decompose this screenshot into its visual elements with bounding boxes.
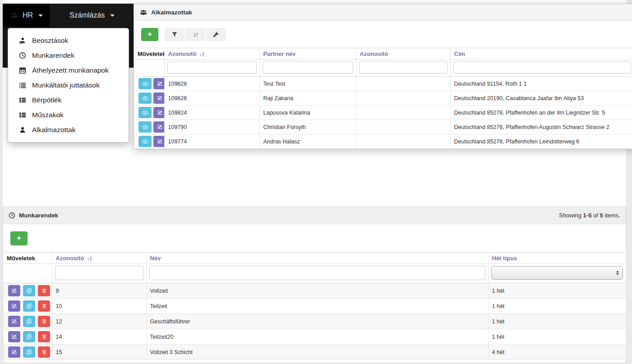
copy-button[interactable] bbox=[23, 285, 35, 296]
table-row: 109826 Raji Zakaria Deutschland 20190, C… bbox=[134, 91, 632, 106]
nev-filter-input[interactable] bbox=[149, 266, 485, 280]
column-header-azonosito-2[interactable]: Azonosító bbox=[356, 48, 450, 60]
schedules-panel-header: Munkarendek Showing 1-5 of 5 items. bbox=[3, 207, 626, 224]
caret-down-icon bbox=[38, 14, 43, 17]
cell-nev: Teilzeit20 bbox=[146, 329, 488, 345]
cell-partner-nev: Laposova Katarina bbox=[259, 106, 356, 120]
edit-button[interactable] bbox=[153, 136, 164, 147]
nav-item-hr[interactable]: HR bbox=[3, 4, 50, 27]
cell-het-tipus: 1 hét bbox=[488, 283, 626, 299]
eye-icon bbox=[142, 138, 148, 145]
view-button[interactable] bbox=[138, 107, 152, 118]
menu-item-berpotlek[interactable]: Bérpótlék bbox=[8, 92, 129, 107]
delete-button[interactable] bbox=[38, 316, 50, 327]
table-row: 14 Teilzeit20 1 hét bbox=[3, 329, 626, 345]
copy-button[interactable] bbox=[23, 300, 35, 312]
menu-item-beosztasok[interactable]: Beosztások bbox=[8, 33, 129, 48]
employees-filter-row bbox=[134, 60, 632, 77]
view-button[interactable] bbox=[138, 92, 152, 104]
cell-cim: Deutschland 91154, Roth 1 1 bbox=[450, 77, 632, 91]
column-header-azonosito[interactable]: Azonosító↓12 bbox=[52, 253, 146, 264]
sort-numeric-icon: ↓12 bbox=[199, 51, 204, 57]
schedules-panel: Munkarendek Showing 1-5 of 5 items. + Mű… bbox=[3, 207, 626, 363]
calendar-icon bbox=[18, 67, 27, 74]
cell-partner-nev: Raji Zakaria bbox=[259, 91, 356, 106]
menu-item-alkalmazottak[interactable]: Alkalmazottak bbox=[8, 122, 129, 137]
column-header-nev[interactable]: Név bbox=[146, 253, 488, 264]
edit-button[interactable] bbox=[153, 121, 164, 133]
delete-button[interactable] bbox=[38, 285, 50, 296]
filter-button[interactable] bbox=[165, 28, 185, 41]
menu-item-athelyezett-munkanapok[interactable]: Áthelyezett munkanapok bbox=[8, 63, 129, 78]
cim-filter-input[interactable] bbox=[453, 61, 631, 74]
partner-nev-filter-input[interactable] bbox=[263, 61, 353, 74]
cell-cim: Deutschland 20190, Casablanca Jaafar Ibn… bbox=[450, 91, 632, 106]
het-tipus-filter-select[interactable] bbox=[491, 266, 623, 280]
copy-button[interactable] bbox=[23, 331, 35, 342]
wrench-icon bbox=[213, 31, 219, 37]
employees-table: Műveletek Azonosító↓12 Partner név Azono… bbox=[134, 48, 632, 149]
view-button[interactable] bbox=[138, 78, 152, 89]
settings-button[interactable] bbox=[206, 28, 226, 41]
edit-button[interactable] bbox=[8, 316, 20, 327]
cell-cim: Deutschland 85276, Pfaffenhofen Augustin… bbox=[450, 120, 632, 134]
view-button[interactable] bbox=[138, 136, 152, 147]
edit-button[interactable] bbox=[8, 300, 20, 312]
plus-icon: + bbox=[148, 30, 152, 39]
edit-button[interactable] bbox=[8, 285, 20, 296]
cell-partner-nev: Christian Forsyth bbox=[259, 120, 356, 134]
edit-button[interactable] bbox=[153, 92, 164, 104]
table-row: 9 Vollzeit 1 hét bbox=[3, 283, 626, 299]
cell-azonosito-2 bbox=[356, 91, 450, 106]
schedules-header-row: Műveletek Azonosító↓12 Név Hét típus bbox=[3, 253, 626, 264]
azonosito2-filter-input[interactable] bbox=[359, 61, 447, 74]
cell-azonosito: 15 bbox=[52, 345, 146, 360]
add-button[interactable]: + bbox=[141, 28, 158, 41]
column-header-partner-nev[interactable]: Partner név bbox=[259, 48, 356, 60]
app-screen: HR Számlázás Beosztások Munkarendek bbox=[0, 0, 632, 364]
table-row: 10 Teilzeit 1 hét bbox=[3, 299, 626, 314]
menu-item-munkarendek[interactable]: Munkarendek bbox=[8, 48, 129, 63]
copy-icon bbox=[26, 334, 32, 340]
column-header-cim[interactable]: Cím bbox=[450, 48, 632, 60]
copy-button[interactable] bbox=[23, 316, 35, 327]
menu-item-muszakok[interactable]: Műszakok bbox=[8, 107, 129, 122]
menu-item-label: Műszakok bbox=[32, 111, 64, 119]
nav-item-label: Számlázás bbox=[69, 11, 105, 19]
clock-icon bbox=[18, 52, 27, 59]
cell-azonosito-2 bbox=[356, 134, 450, 149]
edit-button[interactable] bbox=[153, 78, 164, 89]
cell-azonosito: 10 bbox=[52, 299, 146, 314]
edit-button[interactable] bbox=[8, 331, 20, 342]
copy-button[interactable] bbox=[23, 346, 35, 358]
edit-icon bbox=[11, 303, 17, 309]
cell-azonosito: 109774 bbox=[164, 134, 259, 149]
delete-button[interactable] bbox=[38, 346, 50, 358]
menu-item-label: Áthelyezett munkanapok bbox=[32, 66, 109, 74]
view-button[interactable] bbox=[138, 121, 152, 133]
user-icon bbox=[18, 126, 27, 134]
column-header-het-tipus[interactable]: Hét típus bbox=[488, 253, 626, 264]
th-list-icon bbox=[18, 111, 27, 119]
users-icon bbox=[9, 12, 18, 19]
edit-icon bbox=[11, 349, 17, 355]
nav-item-szamlazas[interactable]: Számlázás bbox=[50, 4, 121, 27]
copy-icon bbox=[26, 303, 32, 309]
column-header-azonosito[interactable]: Azonosító↓12 bbox=[164, 48, 259, 60]
menu-item-label: Bérpótlék bbox=[32, 96, 61, 104]
azonosito-filter-input[interactable] bbox=[55, 266, 143, 280]
delete-button[interactable] bbox=[38, 300, 50, 312]
sort-button[interactable]: ↓↑ bbox=[185, 28, 205, 41]
navbar-row: HR Számlázás bbox=[3, 4, 134, 27]
select-spinner-icon bbox=[616, 271, 619, 275]
edit-button[interactable] bbox=[153, 107, 164, 118]
add-button[interactable]: + bbox=[10, 231, 28, 245]
azonosito-filter-input[interactable] bbox=[167, 61, 257, 74]
edit-button[interactable] bbox=[8, 346, 20, 358]
trash-icon bbox=[42, 288, 47, 294]
cell-cim: Deutschland 85276, Pfaffenhofen an der I… bbox=[450, 106, 632, 120]
panel-title: Munkarendek bbox=[19, 212, 58, 219]
delete-button[interactable] bbox=[38, 331, 50, 342]
cell-cim: Deutschland 85276, Pfaffenhofen Leindott… bbox=[450, 134, 632, 149]
menu-item-munkaltatoi-juttatasok[interactable]: Munkáltatói juttatások bbox=[8, 78, 129, 92]
